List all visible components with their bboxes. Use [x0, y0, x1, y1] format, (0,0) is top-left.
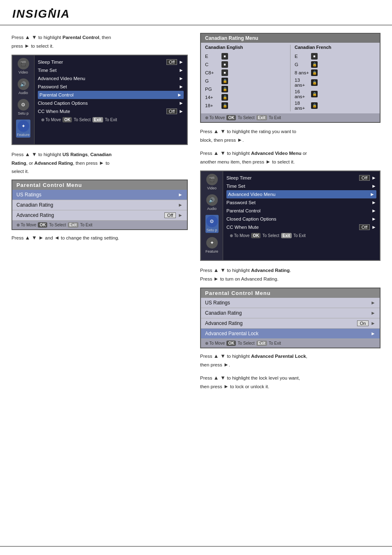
canadian-fr-row-G[interactable]: G 🔒 — [295, 60, 376, 69]
canadian-row-E[interactable]: E ■ — [205, 52, 286, 60]
canadian-row-C[interactable]: C ■ — [205, 60, 286, 69]
canadian-fr-row-8[interactable]: 8 ans+ 🔒 — [295, 69, 376, 77]
feature-sidebar-1: 🎬 Video 🔊 Audio ⚙ Setu p ✦ Feature — [12, 55, 35, 144]
audio-icon-2: 🔊 — [206, 194, 218, 206]
canadian-english-header: Canadian English — [205, 45, 286, 51]
sidebar2-item-audio[interactable]: 🔊 Audio — [206, 194, 218, 211]
menu-row-cc-mute[interactable]: CC When Mute Off ► — [38, 107, 184, 115]
parental-row-us-ratings[interactable]: US Ratings ► — [12, 190, 187, 200]
menu2-row-sleep[interactable]: Sleep Timer Off ► — [226, 174, 376, 182]
lock-C8: ■ — [221, 69, 228, 76]
audio-label: Audio — [18, 91, 28, 95]
instruction-block-1: Press ▲ ▼ to highlight Parental Control,… — [12, 33, 188, 51]
feature-icon-2: ✦ — [206, 237, 218, 249]
parental2-row-advanced-rating[interactable]: Advanced Rating On ► — [201, 318, 380, 329]
canadian-fr-row-E[interactable]: E ■ — [295, 52, 376, 60]
setup-icon-2: ⚙ — [206, 216, 218, 227]
feature-menu-1: 🎬 Video 🔊 Audio ⚙ Setu p ✦ Feature — [12, 55, 188, 145]
parental-menu-title-2: Parental Control Menu — [201, 288, 380, 298]
canadian-row-18[interactable]: 18+ 🔒 — [205, 101, 286, 110]
lock-PG: 🔒 — [221, 86, 228, 92]
canadian-columns: Canadian English E ■ C ■ C8+ ■ G — [201, 43, 380, 113]
lock-E: ■ — [221, 53, 228, 60]
parental-menu-title-1: Parental Control Menu — [12, 180, 187, 190]
instruction-block-3: Press ▲ ▼ ► and ◄ to change the rating s… — [12, 233, 188, 242]
parental-footer-2: ⊕ To Move OK To Select Exit To Exit — [201, 339, 380, 348]
setup-icon: ⚙ — [18, 99, 29, 111]
canadian-french-header: Canadian French — [295, 45, 376, 51]
menu2-row-parental[interactable]: Parental Control ► — [226, 207, 376, 215]
video-icon: 🎬 — [18, 58, 29, 69]
col-divider — [290, 45, 291, 111]
right-column: Canadian Rating Menu Canadian English E … — [196, 33, 380, 395]
sidebar2-item-setup[interactable]: ⚙ Setu p — [205, 215, 219, 233]
parental2-row-us[interactable]: US Ratings ► — [201, 298, 380, 308]
audio-icon: 🔊 — [18, 78, 29, 90]
canadian-row-C8[interactable]: C8+ ■ — [205, 69, 286, 77]
canadian-row-14[interactable]: 14+ 🔒 — [205, 93, 286, 101]
menu2-row-password[interactable]: Password Set ► — [226, 198, 376, 207]
left-column: Press ▲ ▼ to highlight Parental Control,… — [12, 33, 196, 395]
sidebar-item-feature[interactable]: ✦ Feature — [16, 120, 30, 138]
video-label-2: Video — [207, 186, 217, 190]
header: INSIGNIA — [0, 0, 392, 25]
menu2-row-time[interactable]: Time Set ► — [226, 182, 376, 190]
instruction-block-2: Press ▲ ▼ to highlight US Ratings, Canad… — [12, 150, 188, 175]
canadian-menu-title: Canadian Rating Menu — [201, 34, 380, 43]
sidebar2-item-feature[interactable]: ✦ Feature — [205, 237, 218, 253]
menu2-row-cc-mute[interactable]: CC When Mute Off ► — [226, 223, 376, 231]
menu2-row-advanced-video[interactable]: Advanced Video Menu ► — [226, 190, 376, 198]
parental-row-canadian-rating[interactable]: Canadian Rating ► — [12, 200, 187, 210]
canadian-col-english: Canadian English E ■ C ■ C8+ ■ G — [205, 45, 286, 111]
right-instruction-2: Press ▲ ▼ to highlight Advanced Video Me… — [200, 149, 380, 166]
right-instruction-1: Press ▲ ▼ to highlight the rating you wa… — [200, 127, 380, 145]
sidebar2-item-video[interactable]: 🎬 Video — [206, 174, 218, 190]
feature-menu-items-2: Sleep Timer Off ► Time Set ► Advanced Vi… — [223, 171, 380, 260]
lock-fr-8: 🔒 — [311, 69, 318, 76]
parental-menu-2: Parental Control Menu US Ratings ► Canad… — [200, 288, 380, 348]
right-instruction-4: Press ▲ ▼ to highlight Advanced Parental… — [200, 352, 380, 369]
lock-fr-E: ■ — [311, 53, 318, 60]
lock-fr-18: 🔒 — [311, 102, 318, 109]
sidebar-item-audio[interactable]: 🔊 Audio — [18, 78, 29, 95]
parental-footer-1: ⊕ To Move OK To Select Exit To Exit — [12, 221, 187, 229]
feature-menu-2: 🎬 Video 🔊 Audio ⚙ Setu p ✦ Feature — [200, 170, 380, 261]
lock-18: 🔒 — [221, 102, 228, 109]
menu-row-closed-caption[interactable]: Closed Caption Options ► — [38, 99, 184, 107]
right-instruction-5: Press ▲ ▼ to highlight the lock level yo… — [200, 373, 380, 391]
menu-row-advanced-video[interactable]: Advanced Video Menu ► — [38, 74, 184, 83]
parental-row-advanced-rating[interactable]: Advanced Rating Off ► — [12, 210, 187, 221]
menu-footer-1: ⊕ To Move OK To Select Exit To Exit — [38, 115, 184, 124]
sidebar-item-setup[interactable]: ⚙ Setu p — [18, 99, 29, 115]
menu-row-parental-control[interactable]: Parental Control ► — [38, 91, 184, 99]
parental2-row-advanced-lock[interactable]: Advanced Parental Lock ► — [201, 329, 380, 339]
logo: INSIGNIA — [12, 7, 70, 21]
canadian-fr-row-16[interactable]: 16 ans+ 🔒 — [295, 88, 376, 100]
menu-row-sleep-timer[interactable]: Sleep Timer Off ► — [38, 58, 184, 66]
canadian-footer: ⊕ To Move OK To Select Exit To Exit — [201, 113, 380, 122]
menu-footer-2: ⊕ To Move OK To Select Exit To Exit — [226, 231, 376, 240]
lock-C: ■ — [221, 61, 228, 68]
menu-row-password-set[interactable]: Password Set ► — [38, 83, 184, 91]
setup-label: Setu p — [18, 111, 28, 115]
feature-label-2: Feature — [205, 249, 218, 253]
parental-menu-1: Parental Control Menu US Ratings ► Canad… — [12, 180, 188, 230]
sidebar-item-video[interactable]: 🎬 Video — [18, 58, 29, 74]
audio-label-2: Audio — [207, 207, 217, 211]
feature-menu-items-1: Sleep Timer Off ► Time Set ► Advanced Vi… — [35, 55, 187, 144]
lock-fr-G: 🔒 — [311, 61, 318, 68]
lock-fr-13: 🔒 — [311, 79, 318, 86]
setup-label-2: Setu p — [206, 228, 217, 232]
canadian-row-PG[interactable]: PG 🔒 — [205, 85, 286, 93]
canadian-fr-row-18[interactable]: 18 ans+ 🔒 — [295, 100, 376, 111]
lock-14: 🔒 — [221, 94, 228, 101]
canadian-fr-row-13[interactable]: 13 ans+ 🔒 — [295, 77, 376, 88]
lock-G: 🔒 — [221, 78, 228, 84]
video-icon-2: 🎬 — [206, 174, 218, 185]
canadian-row-G[interactable]: G 🔒 — [205, 77, 286, 85]
menu2-row-closed[interactable]: Closed Caption Options ► — [226, 215, 376, 223]
feature-sidebar-2: 🎬 Video 🔊 Audio ⚙ Setu p ✦ Feature — [201, 171, 223, 260]
menu-row-time-set[interactable]: Time Set ► — [38, 66, 184, 74]
feature-icon: ✦ — [18, 120, 29, 132]
parental2-row-canadian[interactable]: Canadian Rating ► — [201, 308, 380, 318]
